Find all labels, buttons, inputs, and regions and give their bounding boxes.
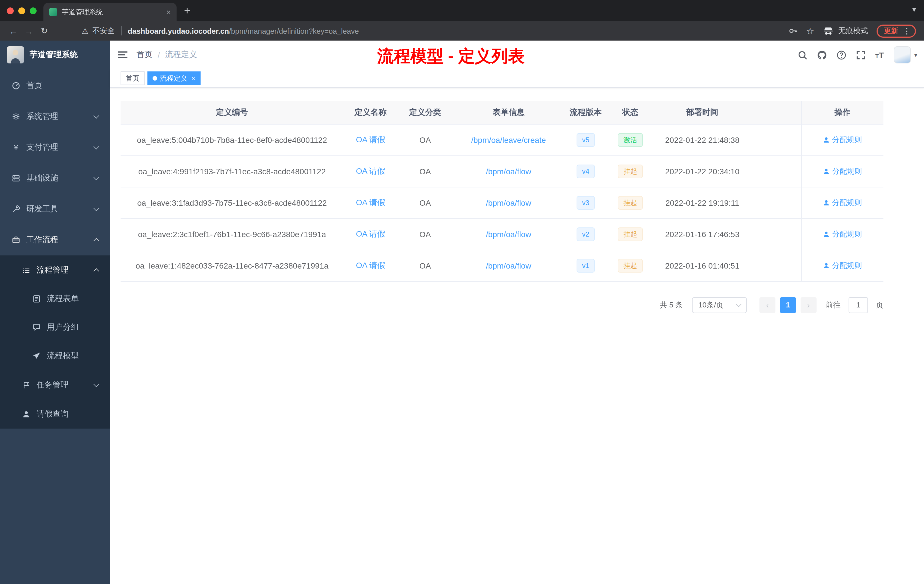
- sidebar-item-infrastructure[interactable]: 基础设施: [0, 163, 110, 194]
- spacer-cell: [751, 218, 801, 250]
- forward-button[interactable]: →: [21, 23, 36, 39]
- tab-search-chevron-icon[interactable]: ▾: [912, 5, 916, 14]
- gear-icon: [12, 112, 21, 120]
- definition-name-link[interactable]: OA 请假: [356, 135, 385, 144]
- assign-rule-label: 分配规则: [832, 260, 862, 271]
- assign-rule-link[interactable]: 分配规则: [823, 229, 862, 239]
- tag-label: 首页: [126, 73, 139, 83]
- browser-update-button[interactable]: 更新 ⋮: [876, 24, 916, 38]
- column-header-form-info: 表单信息: [452, 101, 564, 124]
- user-icon: [823, 231, 830, 238]
- sidebar-item-process-form[interactable]: 流程表单: [0, 285, 110, 313]
- github-icon[interactable]: [817, 50, 827, 60]
- assign-rule-link[interactable]: 分配规则: [823, 260, 862, 271]
- browser-tab-strip: 芋道管理系统 × + ▾: [0, 0, 924, 21]
- back-button[interactable]: ←: [6, 23, 21, 39]
- table-row: oa_leave:5:004b710b-7b8a-11ec-8ef0-acde4…: [120, 124, 883, 155]
- sidebar-item-user-group[interactable]: 用户分组: [0, 313, 110, 342]
- sidebar-menu: 首页系统管理¥支付管理基础设施研发工具工作流程流程管理流程表单用户分组流程模型任…: [0, 69, 110, 429]
- close-window-button[interactable]: [7, 7, 14, 14]
- form-info-link[interactable]: /bpm/oa/flow: [486, 198, 531, 207]
- browser-tab[interactable]: 芋道管理系统 ×: [43, 3, 177, 21]
- fullscreen-icon[interactable]: [856, 50, 865, 60]
- definition-name-link[interactable]: OA 请假: [356, 166, 385, 175]
- page-1-button[interactable]: 1: [780, 297, 796, 313]
- sidebar-item-payment-management[interactable]: ¥支付管理: [0, 132, 110, 163]
- user-avatar-menu[interactable]: ▾: [894, 46, 917, 63]
- update-label: 更新: [884, 26, 898, 36]
- url-display[interactable]: dashboard.yudao.iocoder.cn/bpm/manager/d…: [128, 26, 788, 35]
- sidebar: 芋道管理系统 首页系统管理¥支付管理基础设施研发工具工作流程流程管理流程表单用户…: [0, 41, 110, 584]
- security-chip[interactable]: ⚠ 不安全: [82, 26, 115, 36]
- assign-rule-link[interactable]: 分配规则: [823, 166, 862, 176]
- column-header-deploy-time: 部署时间: [654, 101, 751, 124]
- sidebar-item-dev-tools[interactable]: 研发工具: [0, 194, 110, 224]
- sidebar-logo[interactable]: 芋道管理系统: [0, 41, 110, 69]
- tab-close-icon[interactable]: ×: [166, 7, 171, 16]
- next-page-button[interactable]: ›: [800, 297, 817, 313]
- help-icon[interactable]: [836, 50, 846, 60]
- avatar: [894, 46, 911, 63]
- maximize-window-button[interactable]: [30, 7, 36, 14]
- breadcrumb: 首页 / 流程定义: [137, 50, 197, 60]
- sidebar-item-system-management[interactable]: 系统管理: [0, 101, 110, 132]
- version-badge: v1: [576, 259, 595, 272]
- tag-process-definition[interactable]: 流程定义 ×: [147, 71, 201, 85]
- definition-category: OA: [398, 250, 452, 281]
- prev-page-button[interactable]: ‹: [759, 297, 776, 313]
- deploy-time: 2022-01-22 19:19:11: [654, 187, 751, 218]
- page-size-select[interactable]: 10条/页: [692, 297, 747, 313]
- list-icon: [22, 266, 31, 274]
- yen-icon: ¥: [12, 144, 21, 152]
- definition-name-link[interactable]: OA 请假: [356, 260, 385, 269]
- sidebar-item-home[interactable]: 首页: [0, 70, 110, 101]
- version-badge: v3: [576, 196, 595, 210]
- definition-id: oa_leave:3:1fad3d93-7b75-11ec-a3c8-acde4…: [120, 187, 343, 218]
- tag-close-icon[interactable]: ×: [191, 74, 195, 82]
- new-tab-button[interactable]: +: [184, 4, 190, 17]
- server-icon: [12, 174, 21, 182]
- bookmark-star-icon[interactable]: ☆: [806, 25, 814, 36]
- browser-menu-kebab-icon[interactable]: ⋮: [903, 26, 911, 35]
- goto-page-input[interactable]: [848, 297, 868, 313]
- assign-rule-label: 分配规则: [832, 135, 862, 145]
- pagination-total: 共 5 条: [660, 300, 683, 310]
- version-badge: v5: [576, 133, 595, 147]
- definition-category: OA: [398, 155, 452, 187]
- font-size-icon[interactable]: TT: [875, 51, 884, 59]
- incognito-badge: 无痕模式: [823, 25, 868, 36]
- assign-rule-label: 分配规则: [832, 198, 862, 208]
- sidebar-item-workflow[interactable]: 工作流程: [0, 224, 110, 256]
- sidebar-item-label: 首页: [26, 81, 42, 91]
- form-info-link[interactable]: /bpm/oa/leave/create: [471, 135, 546, 144]
- minimize-window-button[interactable]: [18, 7, 25, 14]
- sidebar-item-label: 基础设施: [26, 173, 58, 183]
- sidebar-item-task-management[interactable]: 任务管理: [0, 370, 110, 399]
- sidebar-toggle-icon[interactable]: [118, 51, 127, 58]
- definition-name-link[interactable]: OA 请假: [356, 198, 385, 206]
- user-icon: [823, 262, 830, 269]
- assign-rule-link[interactable]: 分配规则: [823, 135, 862, 145]
- sidebar-item-process-model[interactable]: 流程模型: [0, 342, 110, 370]
- flag-icon: [22, 381, 31, 389]
- form-icon: [32, 295, 41, 303]
- definition-name-link[interactable]: OA 请假: [356, 229, 385, 238]
- deploy-time: 2022-01-16 17:46:53: [654, 218, 751, 250]
- search-icon[interactable]: [797, 50, 807, 60]
- form-info-link[interactable]: /bpm/oa/flow: [486, 261, 531, 270]
- form-info-link[interactable]: /bpm/oa/flow: [486, 229, 531, 239]
- sidebar-item-label: 系统管理: [26, 111, 58, 122]
- reload-button[interactable]: ↻: [36, 23, 52, 39]
- page-content: 定义编号 定义名称 定义分类 表单信息 流程版本 状态 部署时间 操作: [110, 88, 924, 584]
- breadcrumb-home[interactable]: 首页: [137, 50, 153, 60]
- sidebar-item-process-management[interactable]: 流程管理: [0, 256, 110, 285]
- key-icon[interactable]: [788, 26, 797, 35]
- sidebar-item-leave-query[interactable]: 请假查询: [0, 399, 110, 429]
- tag-home[interactable]: 首页: [120, 71, 145, 85]
- deploy-time: 2022-01-16 01:40:51: [654, 250, 751, 281]
- user-icon: [823, 199, 830, 206]
- definition-category: OA: [398, 124, 452, 155]
- assign-rule-link[interactable]: 分配规则: [823, 198, 862, 208]
- form-info-link[interactable]: /bpm/oa/flow: [486, 167, 531, 176]
- definition-category: OA: [398, 187, 452, 218]
